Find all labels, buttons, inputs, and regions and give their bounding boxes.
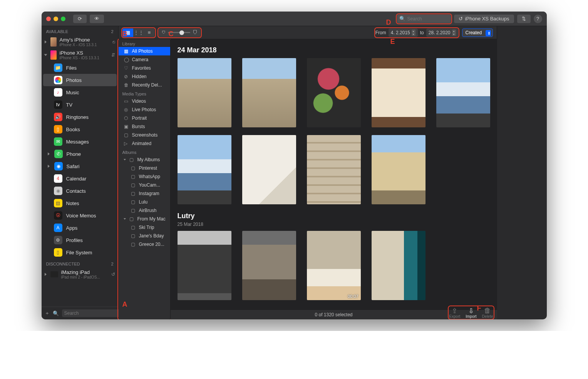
date-range-filter: From 4. 2.2015 ▴▾ to 28. 2.2020 ▴▾ (375, 28, 458, 37)
library-item-instagram[interactable]: ▢Instagram (119, 189, 170, 198)
library-item-hidden[interactable]: ⊘Hidden (119, 72, 170, 81)
video-thumb[interactable]: 00:07 (307, 231, 361, 300)
library-item-bursts[interactable]: ▣Bursts (119, 122, 170, 131)
help-button[interactable]: ? (534, 15, 542, 23)
add-button[interactable]: ＋ (45, 310, 50, 317)
device-sidebar: AVAILABLE 2 Amy's iPhone iPhone X - iOS … (42, 26, 119, 319)
sidebar-item-music[interactable]: ♪Music (43, 86, 117, 99)
date-stepper[interactable]: ▴▾ (412, 30, 415, 36)
disclosure-icon[interactable] (48, 152, 50, 155)
backups-button[interactable]: ↺ iPhone XS Backups (454, 15, 514, 23)
item-icon: ▢ (131, 233, 136, 239)
library-item-screenshots[interactable]: ▢Screenshots (119, 131, 170, 139)
zoom-window-button[interactable] (61, 17, 65, 21)
my-albums-folder[interactable]: ▢ My Albums (119, 155, 170, 164)
sidebar-item-voice-memos[interactable]: ⦿Voice Memos (43, 209, 117, 222)
library-item-lulu[interactable]: ▢Lulu (119, 198, 170, 206)
library-item-animated[interactable]: ▷Animated (119, 139, 170, 148)
sidebar-item-files[interactable]: 📁Files (43, 62, 117, 74)
sidebar-item-profiles[interactable]: ⚙Profiles (43, 234, 117, 246)
disclosure-icon[interactable] (44, 54, 47, 56)
item-label: Portrait (132, 115, 147, 121)
sidebar-item-calendar[interactable]: 4Calendar (43, 172, 117, 185)
sidebar-search-input[interactable] (62, 309, 124, 317)
close-window-button[interactable] (46, 17, 51, 21)
search-field[interactable]: 🔍 (397, 15, 451, 23)
library-item-whatsapp[interactable]: ▢WhatsApp (119, 172, 170, 181)
item-icon: ▦ (124, 48, 129, 54)
photo-thumb[interactable] (436, 58, 490, 127)
library-item-greece-[interactable]: ▢Greece 20... (119, 240, 170, 249)
photo-thumb[interactable] (242, 135, 296, 204)
import-button[interactable]: ⇩ Import (466, 307, 476, 319)
from-date-field[interactable]: 4. 2.2015 ▴▾ (389, 28, 418, 37)
item-label: Bursts (132, 124, 145, 129)
date-stepper[interactable]: ▴▾ (452, 30, 456, 36)
library-item-jane-s-bday[interactable]: ▢Jane's Bday (119, 232, 170, 240)
item-icon: ▢ (131, 182, 136, 188)
sidebar-item-notes[interactable]: ▤Notes (43, 197, 117, 209)
nav-label: Voice Memos (66, 213, 96, 219)
library-item-youcam-[interactable]: ▢YouCam... (119, 181, 170, 189)
disclosure-icon[interactable] (45, 273, 47, 276)
sidebar-item-books[interactable]: ▯Books (43, 123, 117, 135)
refresh-button[interactable]: ⟳ (73, 15, 87, 23)
sidebar-item-ringtones[interactable]: 🔊Ringtones (43, 111, 117, 123)
to-date-field[interactable]: 28. 2.2020 ▴▾ (426, 28, 458, 37)
photo-thumb[interactable] (372, 231, 426, 300)
delete-button[interactable]: 🗑 Delete (482, 307, 493, 319)
search-input[interactable] (407, 16, 449, 22)
export-button[interactable]: ⇪ Export (449, 307, 460, 319)
disclosure-icon[interactable] (48, 165, 50, 168)
sidebar-item-tv[interactable]: tvTV (43, 99, 117, 111)
library-item-favorites[interactable]: ♡Favorites (119, 64, 170, 72)
app-window: B C D E A F ⟳ 👁 🔍 ↺ iPhone XS Backups ⇅ … (42, 12, 547, 319)
sidebar-item-safari[interactable]: ◉Safari (43, 160, 117, 172)
library-item-videos[interactable]: ▭Videos (119, 97, 170, 105)
photo-thumb[interactable] (178, 135, 231, 204)
device-amys-iphone[interactable]: Amy's iPhone iPhone X - iOS 13.3.1 ⎋ (42, 35, 118, 48)
sidebar-item-messages[interactable]: ✉Messages (43, 135, 117, 148)
sidebar-item-phone[interactable]: ✆Phone (43, 148, 117, 160)
sidebar-item-apps[interactable]: AApps (43, 222, 117, 234)
item-label: Jane's Bday (139, 233, 164, 239)
photo-thumb[interactable] (372, 58, 426, 127)
device-iphone-xs[interactable]: iPhone XS iPhone XS - iOS 13.3.1 ⇵ (42, 48, 118, 62)
minimize-window-button[interactable] (54, 17, 58, 21)
photo-thumb[interactable] (242, 58, 296, 127)
library-item-pinterest[interactable]: ▢Pinterest (119, 164, 170, 172)
thumbnail-size-slider[interactable]: ⛉ ⛉ (159, 28, 201, 37)
sort-popup[interactable]: Created ▴▾ (462, 28, 493, 37)
disclosure-icon[interactable] (124, 218, 126, 220)
library-item-ski-trip[interactable]: ▢Ski Trip (119, 223, 170, 232)
disclosure-icon[interactable] (45, 40, 47, 43)
sidebar-item-photos[interactable]: Photos (43, 74, 117, 86)
photo-thumb[interactable] (178, 58, 231, 127)
transfer-button[interactable]: ⇅ (517, 15, 531, 23)
library-item-live-photos[interactable]: ◎Live Photos (119, 105, 170, 114)
photo-scroll[interactable]: 24 Mar 2018 (171, 39, 497, 309)
device-imazing-ipad[interactable]: iMazing iPad iPad mini 2 - iPadOS... ↺ (42, 268, 118, 281)
view-list-button[interactable]: ≡ (144, 28, 155, 37)
disclosure-icon[interactable] (124, 159, 126, 160)
slider-track[interactable] (168, 32, 190, 33)
import-icon: ⇩ (468, 307, 474, 314)
from-my-mac-folder[interactable]: ▢ From My Mac (119, 215, 170, 223)
library-item-camera[interactable]: ◯Camera (119, 55, 170, 64)
sidebar-item-file-system[interactable]: ▯File System (43, 246, 117, 259)
photo-thumb[interactable] (307, 58, 361, 127)
library-item-airbrush[interactable]: ▢AirBrush (119, 206, 170, 215)
photo-thumb[interactable] (242, 231, 296, 300)
nav-label: Calendar (66, 176, 87, 182)
view-collections-button[interactable]: ▦ (122, 28, 133, 37)
slider-knob[interactable] (179, 30, 184, 35)
library-item-portrait[interactable]: ⬡Portrait (119, 114, 170, 122)
sidebar-item-contacts[interactable]: ◉Contacts (43, 185, 117, 197)
view-grid-button[interactable]: ⋮⋮ (133, 28, 144, 37)
photo-thumb[interactable] (307, 135, 361, 204)
photo-thumb[interactable] (372, 135, 426, 204)
photo-thumb[interactable] (178, 231, 231, 300)
quicklook-button[interactable]: 👁 (90, 15, 104, 23)
library-item-all-photos[interactable]: ▦All Photos (119, 47, 170, 55)
library-item-recently-del-[interactable]: 🗑Recently Del... (119, 81, 170, 89)
